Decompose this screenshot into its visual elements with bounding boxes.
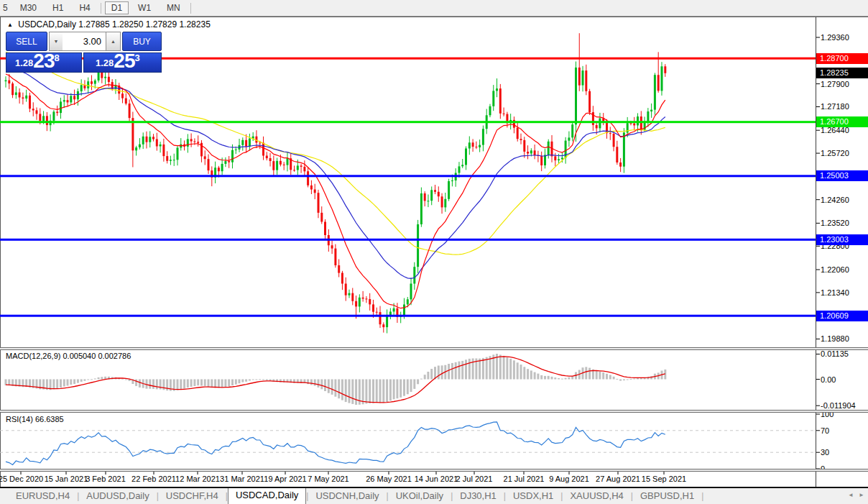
collapse-triangle-icon[interactable]: ▲ (7, 22, 13, 28)
macd-panel-splitter[interactable] (0, 347, 868, 350)
chevron-down-icon: ▼ (54, 39, 59, 44)
price-tick-label: 1.25720 (821, 148, 867, 158)
chevron-up-icon: ▲ (111, 39, 116, 44)
price-tick-label: 1.22060 (821, 265, 867, 275)
level-price-label: 1.28700 (816, 53, 868, 64)
price-tick-label: 1.21340 (821, 288, 867, 298)
rsi-tick-label: 30 (821, 447, 867, 457)
sell-button[interactable]: SELL (6, 32, 47, 51)
price-tick-label: 1.27180 (821, 101, 867, 111)
volume-increase-button[interactable]: ▲ (106, 32, 121, 51)
date-tick-label: 3 Feb 2021 (79, 475, 132, 483)
tab-usdcnh[interactable]: USDCNH,Daily (308, 488, 386, 504)
price-tick-label: 1.24260 (821, 195, 867, 205)
date-tick-label: 26 May 2021 (362, 475, 415, 483)
tab-ukoil[interactable]: UKOil,Daily (389, 488, 451, 504)
tab-usdx[interactable]: USDX,H1 (506, 488, 560, 504)
buy-price-base: 1.28 (96, 56, 114, 70)
tab-separator: | (701, 491, 703, 501)
macd-label: MACD(12,26,9) 0.005040 0.002786 (6, 352, 131, 360)
volume-input[interactable] (63, 32, 106, 51)
tab-xauusd[interactable]: XAUUSD,H4 (563, 488, 630, 504)
date-tick-label: 2 Jul 2021 (448, 475, 501, 483)
volume-decrease-button[interactable]: ▼ (49, 32, 63, 51)
sell-price-box[interactable]: 1.28 23 8 (6, 52, 82, 73)
buy-price-point: 3 (134, 52, 139, 63)
macd-tick-label: 0.00 (821, 375, 867, 385)
one-click-trading-panel: SELL ▼ ▲ BUY 1.28 23 8 1.28 25 3 (6, 32, 162, 73)
rsi-panel-splitter[interactable] (0, 410, 868, 413)
date-tick-label: 27 Aug 2021 (591, 475, 645, 483)
tab-usdchf[interactable]: USDCHF,H4 (159, 488, 226, 504)
chart-title-ohlc: 1.27885 1.28250 1.27829 1.28235 (78, 19, 211, 29)
sell-price-point: 8 (54, 52, 59, 63)
trade-panel-top-row: SELL ▼ ▲ BUY (6, 32, 162, 51)
symbol-tab-bar: EURUSD,H4|AUDUSD,Daily|USDCHF,H4|USDCAD,… (0, 488, 868, 504)
tab-eurusd[interactable]: EURUSD,H4 (9, 488, 77, 504)
tab-gbpusd[interactable]: GBPUSD,H1 (633, 488, 701, 504)
price-tick-label: 1.23520 (821, 218, 867, 228)
candlestick-chart-canvas[interactable] (0, 0, 868, 504)
tab-dj30[interactable]: DJ30,H1 (453, 488, 504, 504)
date-tick-label: 15 Sep 2021 (637, 475, 691, 483)
level-price-label: 1.26700 (816, 116, 868, 127)
sell-price-pips: 23 (33, 52, 54, 70)
date-axis-splitter (0, 469, 868, 472)
tab-usdcad[interactable]: USDCAD,Daily (228, 488, 306, 504)
tab-scroll-left-icon[interactable]: ◄ (848, 492, 854, 498)
buy-price-box[interactable]: 1.28 25 3 (83, 52, 162, 73)
chart-title-symbol: USDCAD,Daily (18, 19, 76, 29)
level-price-label: 1.20609 (816, 311, 868, 321)
tab-scroll-right-icon[interactable]: ► (859, 492, 864, 498)
price-axis-border (816, 17, 816, 487)
price-tick-label: 1.29360 (821, 32, 867, 42)
chart-title: ▲ USDCAD,Daily 1.27885 1.28250 1.27829 1… (7, 19, 211, 29)
rsi-label: RSI(14) 66.6385 (6, 415, 64, 423)
level-price-label: 1.23003 (816, 234, 868, 245)
rsi-tick-label: 70 (821, 426, 867, 436)
macd-tick-label: 0.01135 (821, 349, 867, 359)
buy-price-pips: 25 (114, 52, 134, 70)
price-tick-label: 1.19880 (821, 334, 867, 344)
tab-audusd[interactable]: AUDUSD,Daily (79, 488, 156, 504)
date-tick-label: 9 Aug 2021 (542, 475, 596, 483)
sell-price-base: 1.28 (15, 56, 33, 70)
date-tick-label: 7 May 2021 (302, 475, 355, 483)
buy-button[interactable]: BUY (122, 32, 162, 51)
price-tick-label: 1.27900 (821, 79, 867, 89)
trading-terminal: 5M30H1H4D1W1MN ▲ USDCAD,Daily 1.27885 1.… (0, 0, 868, 504)
current-price-label: 1.28235 (816, 68, 868, 78)
level-price-label: 1.25003 (816, 170, 868, 181)
